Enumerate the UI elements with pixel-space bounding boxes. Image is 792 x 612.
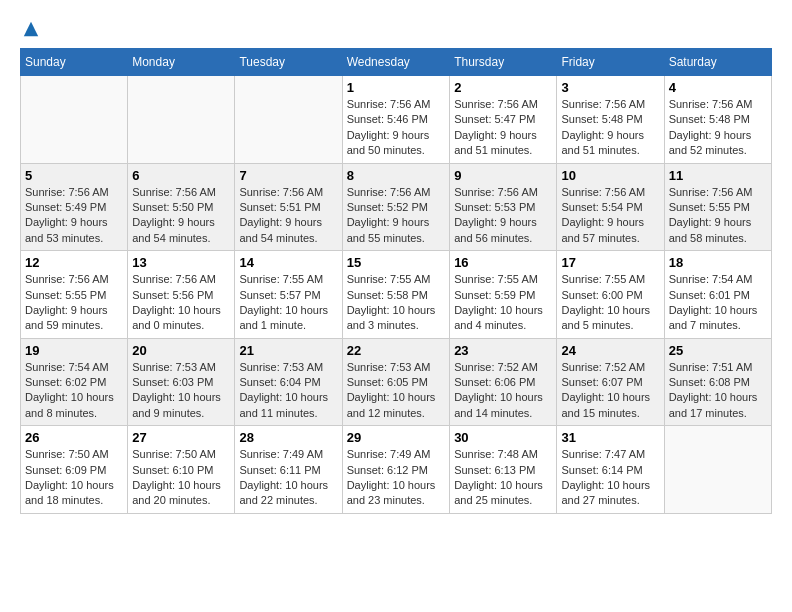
day-number: 6 (132, 168, 230, 183)
day-number: 23 (454, 343, 552, 358)
day-number: 8 (347, 168, 445, 183)
weekday-header-saturday: Saturday (664, 49, 771, 76)
day-info: Sunrise: 7:56 AMSunset: 5:53 PMDaylight:… (454, 185, 552, 247)
logo-icon (22, 20, 40, 38)
calendar-cell: 31Sunrise: 7:47 AMSunset: 6:14 PMDayligh… (557, 426, 664, 514)
calendar-cell: 18Sunrise: 7:54 AMSunset: 6:01 PMDayligh… (664, 251, 771, 339)
day-number: 1 (347, 80, 445, 95)
calendar-cell: 14Sunrise: 7:55 AMSunset: 5:57 PMDayligh… (235, 251, 342, 339)
calendar-cell: 3Sunrise: 7:56 AMSunset: 5:48 PMDaylight… (557, 76, 664, 164)
day-info: Sunrise: 7:56 AMSunset: 5:55 PMDaylight:… (669, 185, 767, 247)
weekday-header-sunday: Sunday (21, 49, 128, 76)
day-number: 25 (669, 343, 767, 358)
calendar-cell: 1Sunrise: 7:56 AMSunset: 5:46 PMDaylight… (342, 76, 449, 164)
calendar-cell: 2Sunrise: 7:56 AMSunset: 5:47 PMDaylight… (450, 76, 557, 164)
calendar-cell: 10Sunrise: 7:56 AMSunset: 5:54 PMDayligh… (557, 163, 664, 251)
day-number: 9 (454, 168, 552, 183)
day-number: 28 (239, 430, 337, 445)
day-info: Sunrise: 7:54 AMSunset: 6:02 PMDaylight:… (25, 360, 123, 422)
day-number: 18 (669, 255, 767, 270)
calendar-cell: 5Sunrise: 7:56 AMSunset: 5:49 PMDaylight… (21, 163, 128, 251)
day-info: Sunrise: 7:56 AMSunset: 5:56 PMDaylight:… (132, 272, 230, 334)
day-number: 7 (239, 168, 337, 183)
calendar-cell: 19Sunrise: 7:54 AMSunset: 6:02 PMDayligh… (21, 338, 128, 426)
day-number: 4 (669, 80, 767, 95)
day-info: Sunrise: 7:50 AMSunset: 6:10 PMDaylight:… (132, 447, 230, 509)
day-number: 29 (347, 430, 445, 445)
calendar-cell: 12Sunrise: 7:56 AMSunset: 5:55 PMDayligh… (21, 251, 128, 339)
logo (20, 20, 42, 38)
calendar-cell: 17Sunrise: 7:55 AMSunset: 6:00 PMDayligh… (557, 251, 664, 339)
calendar-week-3: 12Sunrise: 7:56 AMSunset: 5:55 PMDayligh… (21, 251, 772, 339)
day-info: Sunrise: 7:56 AMSunset: 5:52 PMDaylight:… (347, 185, 445, 247)
day-number: 11 (669, 168, 767, 183)
day-info: Sunrise: 7:53 AMSunset: 6:04 PMDaylight:… (239, 360, 337, 422)
day-number: 19 (25, 343, 123, 358)
day-number: 3 (561, 80, 659, 95)
weekday-header-wednesday: Wednesday (342, 49, 449, 76)
calendar-cell: 15Sunrise: 7:55 AMSunset: 5:58 PMDayligh… (342, 251, 449, 339)
day-info: Sunrise: 7:56 AMSunset: 5:51 PMDaylight:… (239, 185, 337, 247)
day-number: 24 (561, 343, 659, 358)
day-number: 16 (454, 255, 552, 270)
day-number: 30 (454, 430, 552, 445)
calendar-header-row: SundayMondayTuesdayWednesdayThursdayFrid… (21, 49, 772, 76)
day-number: 12 (25, 255, 123, 270)
day-info: Sunrise: 7:56 AMSunset: 5:46 PMDaylight:… (347, 97, 445, 159)
day-info: Sunrise: 7:51 AMSunset: 6:08 PMDaylight:… (669, 360, 767, 422)
day-info: Sunrise: 7:52 AMSunset: 6:06 PMDaylight:… (454, 360, 552, 422)
weekday-header-tuesday: Tuesday (235, 49, 342, 76)
calendar-cell: 11Sunrise: 7:56 AMSunset: 5:55 PMDayligh… (664, 163, 771, 251)
day-info: Sunrise: 7:56 AMSunset: 5:54 PMDaylight:… (561, 185, 659, 247)
calendar-cell: 16Sunrise: 7:55 AMSunset: 5:59 PMDayligh… (450, 251, 557, 339)
weekday-header-friday: Friday (557, 49, 664, 76)
day-info: Sunrise: 7:56 AMSunset: 5:55 PMDaylight:… (25, 272, 123, 334)
day-info: Sunrise: 7:49 AMSunset: 6:11 PMDaylight:… (239, 447, 337, 509)
day-info: Sunrise: 7:55 AMSunset: 5:58 PMDaylight:… (347, 272, 445, 334)
day-number: 10 (561, 168, 659, 183)
day-number: 14 (239, 255, 337, 270)
calendar-cell: 6Sunrise: 7:56 AMSunset: 5:50 PMDaylight… (128, 163, 235, 251)
day-number: 27 (132, 430, 230, 445)
day-number: 22 (347, 343, 445, 358)
day-number: 13 (132, 255, 230, 270)
calendar-cell: 22Sunrise: 7:53 AMSunset: 6:05 PMDayligh… (342, 338, 449, 426)
calendar-cell: 9Sunrise: 7:56 AMSunset: 5:53 PMDaylight… (450, 163, 557, 251)
day-info: Sunrise: 7:56 AMSunset: 5:47 PMDaylight:… (454, 97, 552, 159)
calendar-week-5: 26Sunrise: 7:50 AMSunset: 6:09 PMDayligh… (21, 426, 772, 514)
calendar-week-2: 5Sunrise: 7:56 AMSunset: 5:49 PMDaylight… (21, 163, 772, 251)
page-header (20, 20, 772, 38)
weekday-header-thursday: Thursday (450, 49, 557, 76)
day-info: Sunrise: 7:52 AMSunset: 6:07 PMDaylight:… (561, 360, 659, 422)
day-info: Sunrise: 7:55 AMSunset: 5:59 PMDaylight:… (454, 272, 552, 334)
day-info: Sunrise: 7:50 AMSunset: 6:09 PMDaylight:… (25, 447, 123, 509)
day-info: Sunrise: 7:55 AMSunset: 5:57 PMDaylight:… (239, 272, 337, 334)
day-number: 5 (25, 168, 123, 183)
day-number: 26 (25, 430, 123, 445)
calendar-cell: 21Sunrise: 7:53 AMSunset: 6:04 PMDayligh… (235, 338, 342, 426)
day-info: Sunrise: 7:49 AMSunset: 6:12 PMDaylight:… (347, 447, 445, 509)
calendar-cell: 7Sunrise: 7:56 AMSunset: 5:51 PMDaylight… (235, 163, 342, 251)
weekday-header-monday: Monday (128, 49, 235, 76)
calendar-cell: 13Sunrise: 7:56 AMSunset: 5:56 PMDayligh… (128, 251, 235, 339)
svg-marker-0 (24, 22, 38, 36)
day-number: 2 (454, 80, 552, 95)
calendar-week-1: 1Sunrise: 7:56 AMSunset: 5:46 PMDaylight… (21, 76, 772, 164)
day-info: Sunrise: 7:48 AMSunset: 6:13 PMDaylight:… (454, 447, 552, 509)
calendar-cell: 23Sunrise: 7:52 AMSunset: 6:06 PMDayligh… (450, 338, 557, 426)
day-number: 31 (561, 430, 659, 445)
day-info: Sunrise: 7:53 AMSunset: 6:05 PMDaylight:… (347, 360, 445, 422)
calendar-cell: 26Sunrise: 7:50 AMSunset: 6:09 PMDayligh… (21, 426, 128, 514)
calendar-cell: 30Sunrise: 7:48 AMSunset: 6:13 PMDayligh… (450, 426, 557, 514)
day-number: 20 (132, 343, 230, 358)
calendar-cell: 4Sunrise: 7:56 AMSunset: 5:48 PMDaylight… (664, 76, 771, 164)
calendar-cell: 27Sunrise: 7:50 AMSunset: 6:10 PMDayligh… (128, 426, 235, 514)
day-info: Sunrise: 7:54 AMSunset: 6:01 PMDaylight:… (669, 272, 767, 334)
calendar-cell: 25Sunrise: 7:51 AMSunset: 6:08 PMDayligh… (664, 338, 771, 426)
calendar-week-4: 19Sunrise: 7:54 AMSunset: 6:02 PMDayligh… (21, 338, 772, 426)
calendar-cell: 29Sunrise: 7:49 AMSunset: 6:12 PMDayligh… (342, 426, 449, 514)
calendar-cell (128, 76, 235, 164)
day-info: Sunrise: 7:56 AMSunset: 5:49 PMDaylight:… (25, 185, 123, 247)
day-info: Sunrise: 7:56 AMSunset: 5:48 PMDaylight:… (561, 97, 659, 159)
day-number: 17 (561, 255, 659, 270)
